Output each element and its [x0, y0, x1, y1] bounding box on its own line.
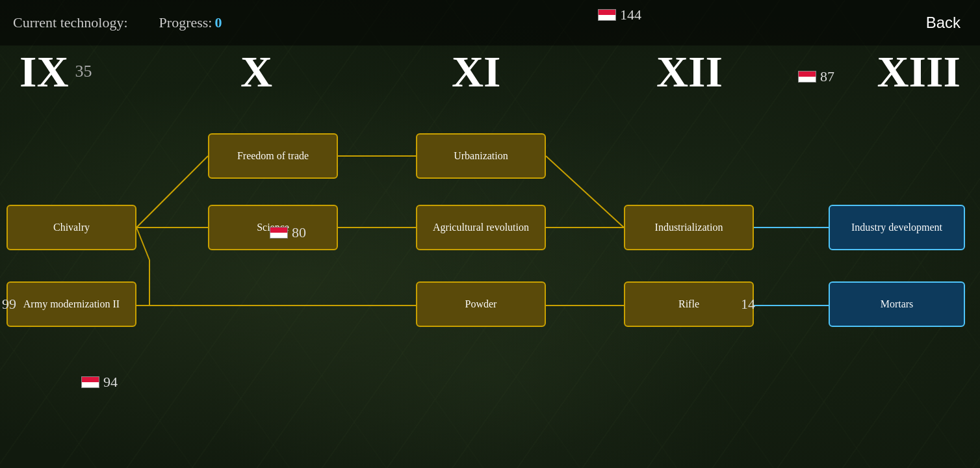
flag-count: 14 — [741, 296, 755, 313]
tech-node-agricultural-revolution[interactable]: Agricultural revolution — [416, 205, 546, 250]
flag-icon — [81, 376, 99, 388]
tech-node-industrialization[interactable]: Industrialization — [624, 205, 754, 250]
era-ix: IX 35 — [19, 46, 92, 98]
flag-indicator-top-center: 144 — [598, 6, 641, 23]
svg-line-8 — [546, 156, 624, 228]
tech-tree: Chivalry Freedom of trade Science Army m… — [0, 98, 980, 468]
back-button[interactable]: Back — [926, 14, 961, 32]
tech-node-freedom-of-trade[interactable]: Freedom of trade — [208, 133, 338, 179]
era-xii-label: XII — [656, 46, 723, 98]
flag-icon — [270, 227, 288, 239]
flag-icon — [798, 71, 816, 83]
era-xi-label: XI — [452, 46, 501, 98]
era-ix-count: 35 — [75, 62, 92, 81]
tech-label-industry-development: Industry development — [851, 222, 942, 233]
era-xiii-label: XIII — [877, 46, 961, 98]
flag-count: 80 — [292, 224, 306, 241]
tech-label-agricultural-revolution: Agricultural revolution — [433, 222, 529, 233]
progress-value: 0 — [214, 14, 222, 31]
tech-label-powder: Powder — [465, 298, 497, 310]
progress-label: Progress: — [159, 14, 213, 31]
flag-indicator-lower-left: 99 — [2, 296, 16, 313]
flag-indicator-lower-left2: 94 — [81, 374, 118, 391]
svg-line-0 — [136, 156, 208, 228]
tech-label-army-modernization: Army modernization II — [23, 298, 120, 310]
tech-node-powder[interactable]: Powder — [416, 281, 546, 327]
svg-line-2 — [136, 228, 149, 260]
tech-node-chivalry[interactable]: Chivalry — [6, 205, 136, 250]
current-tech-label: Current technology: — [13, 14, 128, 31]
tech-label-industrialization: Industrialization — [655, 222, 723, 233]
flag-icon — [598, 9, 616, 21]
tech-label-rifle: Rifle — [678, 298, 699, 310]
flag-count: 99 — [2, 296, 16, 313]
flag-indicator-mid-right: 87 — [798, 68, 834, 85]
tech-node-urbanization[interactable]: Urbanization — [416, 133, 546, 179]
tech-label-urbanization: Urbanization — [454, 150, 508, 162]
header: Current technology: Progress: 0 Back — [0, 0, 980, 46]
flag-count: 144 — [620, 6, 641, 23]
tech-label-chivalry: Chivalry — [53, 222, 90, 233]
flag-indicator-mid-left: 80 — [270, 224, 306, 241]
tech-node-rifle[interactable]: Rifle — [624, 281, 754, 327]
tech-node-mortars[interactable]: Mortars — [829, 281, 965, 327]
flag-count: 94 — [103, 374, 118, 391]
tech-label-mortars: Mortars — [881, 298, 914, 310]
tech-node-army-modernization[interactable]: Army modernization II — [6, 281, 136, 327]
flag-count: 87 — [820, 68, 834, 85]
era-ix-label: IX — [19, 46, 69, 98]
flag-indicator-lower-mid: 14 — [741, 296, 755, 313]
era-x-label: X — [240, 46, 272, 98]
tech-node-industry-development[interactable]: Industry development — [829, 205, 965, 250]
tech-label-freedom-of-trade: Freedom of trade — [237, 150, 309, 162]
